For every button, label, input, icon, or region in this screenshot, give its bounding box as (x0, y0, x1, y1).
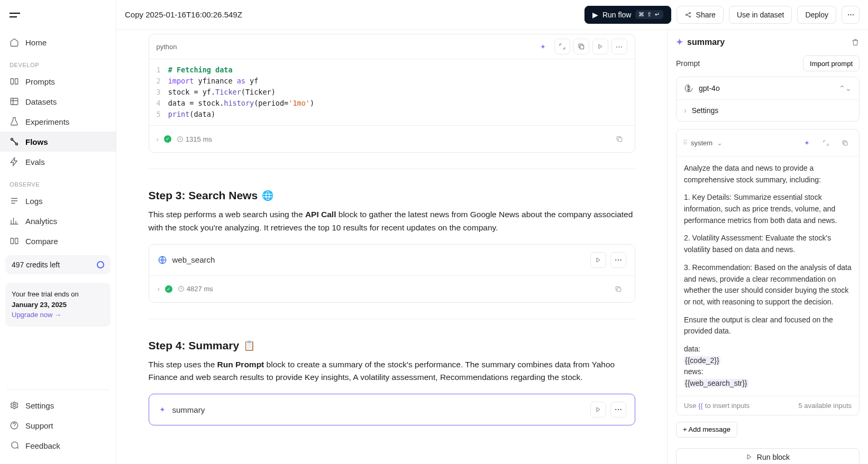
nav-feedback[interactable]: Feedback (0, 435, 116, 456)
globe-icon (158, 255, 167, 265)
play-icon: ▶ (592, 11, 598, 19)
add-message-button[interactable]: + Add message (676, 422, 737, 438)
nav-datasets[interactable]: Datasets (0, 91, 116, 112)
copy-websearch-output-button[interactable] (610, 281, 626, 297)
nav-logs[interactable]: Logs (0, 191, 116, 211)
nav-analytics-label: Analytics (25, 217, 57, 226)
nav-support[interactable]: Support (0, 415, 116, 435)
share-icon (684, 11, 692, 18)
credits-card[interactable]: 497 credits left (5, 255, 111, 274)
msg-sparkle-button[interactable]: ✦ (799, 135, 815, 151)
nav-datasets-label: Datasets (25, 97, 57, 106)
import-prompt-button[interactable]: Import prompt (803, 55, 860, 71)
expand-output-button[interactable]: › (157, 135, 159, 143)
share-button[interactable]: Share (677, 6, 724, 24)
feedback-icon (10, 441, 19, 450)
delete-block-button[interactable] (851, 38, 860, 47)
right-panel: ✦ summary Prompt Import prompt gpt-4o ⌃⌄ (667, 30, 868, 464)
evals-icon (10, 157, 19, 166)
nav-compare[interactable]: Compare (0, 231, 116, 251)
nav-experiments-label: Experiments (25, 117, 69, 126)
nav-logs-label: Logs (25, 197, 43, 206)
nav-evals[interactable]: Evals (0, 152, 116, 172)
svg-rect-18 (844, 142, 847, 145)
more-button[interactable]: ⋯ (842, 6, 860, 24)
msg-expand-button[interactable] (818, 135, 834, 151)
svg-point-11 (689, 16, 690, 17)
expand-button[interactable] (554, 39, 570, 54)
clipboard-emoji-icon: 📋 (243, 340, 255, 351)
run-flow-button[interactable]: ▶ Run flow ⌘ ⇧ ↵ (584, 6, 671, 24)
status-success-icon (165, 285, 172, 293)
insert-hint: Use {{ to insert inputs (684, 402, 750, 410)
role-select[interactable]: system ⌄ (691, 139, 723, 147)
step3-heading: Step 3: Search News 🌐 (149, 189, 635, 202)
page-title: Copy 2025-01-16T16:00:26.549Z (125, 10, 242, 19)
deploy-button[interactable]: Deploy (797, 6, 836, 24)
run-summary-button[interactable] (590, 402, 606, 417)
trial-line1: Your free trial ends on (12, 289, 104, 300)
home-icon (10, 38, 19, 47)
drag-handle-icon[interactable]: ⠿ (683, 139, 687, 146)
svg-rect-6 (15, 238, 18, 244)
nav-home-label: Home (25, 38, 47, 47)
web-search-name: web_search (172, 255, 215, 264)
nav-settings-label: Settings (25, 401, 54, 410)
nav-flows[interactable]: Flows (0, 132, 116, 152)
copy-output-button[interactable] (611, 131, 627, 147)
svg-rect-12 (580, 45, 583, 49)
compare-icon (10, 236, 19, 246)
web-search-block[interactable]: web_search ⋯ › 4827 ms (149, 244, 635, 303)
svg-point-9 (686, 14, 687, 15)
step4-heading: Step 4: Summary 📋 (149, 339, 635, 352)
nav-home[interactable]: Home (0, 32, 116, 52)
svg-point-4 (16, 143, 18, 145)
svg-rect-14 (618, 138, 622, 142)
experiments-icon (10, 117, 19, 126)
share-label: Share (696, 11, 716, 19)
globe-emoji-icon: 🌐 (262, 190, 273, 201)
svg-rect-2 (11, 98, 18, 105)
trial-upgrade-link[interactable]: Upgrade now → (12, 310, 104, 320)
copy-code-button[interactable] (573, 39, 589, 54)
flow-canvas[interactable]: python ✦ ⋯ 12345 (116, 30, 667, 464)
use-in-dataset-button[interactable]: Use in dataset (729, 6, 792, 24)
settings-row[interactable]: › Settings (677, 100, 859, 121)
svg-point-3 (11, 138, 13, 141)
nav-evals-label: Evals (25, 157, 45, 166)
nav-prompts[interactable]: Prompts (0, 71, 116, 91)
model-select-row[interactable]: gpt-4o ⌃⌄ (677, 77, 859, 100)
support-icon (10, 421, 19, 430)
expand-websearch-output-button[interactable]: › (158, 285, 160, 293)
run-code-button[interactable] (592, 39, 608, 54)
summary-block[interactable]: ✦ summary ⋯ (149, 394, 635, 425)
available-inputs-label[interactable]: 5 available inputs (799, 402, 852, 410)
web-search-more-button[interactable]: ⋯ (610, 252, 626, 268)
trial-date: January 23, 2025 (12, 300, 104, 310)
message-body[interactable]: Analyze the data and news to provide a c… (677, 156, 859, 396)
sparkle-icon[interactable]: ✦ (535, 39, 551, 54)
chevron-down-icon: ⌄ (717, 139, 723, 147)
run-web-search-button[interactable] (590, 252, 606, 268)
code-gutter: 12345 (157, 64, 168, 120)
duration-label: 1315 ms (177, 135, 212, 143)
gear-icon (10, 401, 19, 410)
svg-rect-17 (617, 287, 620, 291)
chevron-right-icon: › (684, 106, 687, 115)
trial-card: Your free trial ends on January 23, 2025… (5, 283, 111, 327)
msg-copy-button[interactable] (837, 135, 853, 151)
summary-more-button[interactable]: ⋯ (610, 402, 626, 417)
sparkle-icon: ✦ (158, 405, 167, 414)
code-editor[interactable]: 12345 # Fetching data import yfinance as… (149, 59, 635, 125)
nav-settings[interactable]: Settings (0, 395, 116, 415)
section-develop: DEVELOP (0, 52, 116, 71)
code-more-button[interactable]: ⋯ (611, 39, 627, 54)
message-block: ⠿ system ⌄ ✦ Analy (676, 129, 860, 415)
divider (149, 319, 635, 319)
nav-analytics[interactable]: Analytics (0, 211, 116, 231)
nav-feedback-label: Feedback (25, 441, 60, 450)
run-block-button[interactable]: Run block (676, 448, 860, 464)
credits-ring-icon (97, 261, 104, 268)
svg-rect-1 (15, 79, 18, 85)
nav-experiments[interactable]: Experiments (0, 112, 116, 132)
